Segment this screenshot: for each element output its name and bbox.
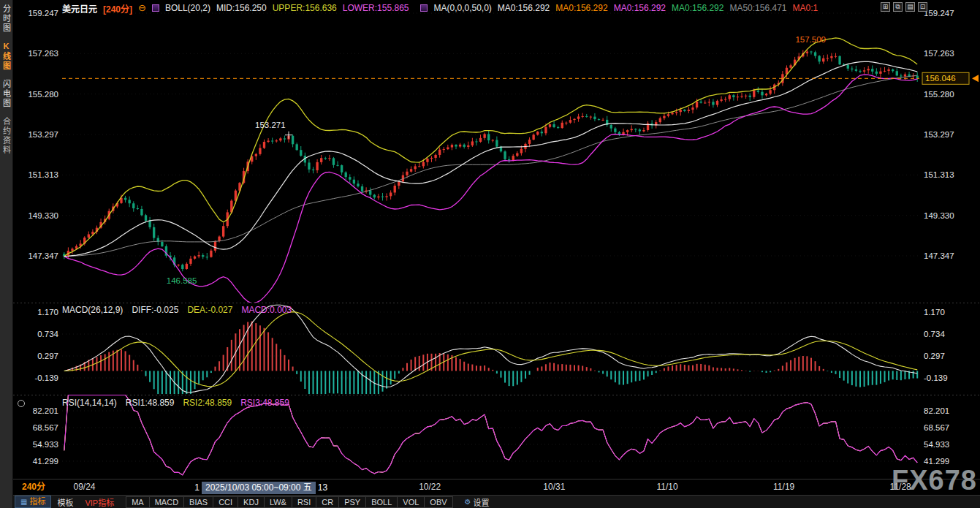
rsi-panel-header: RSI(14,14,14) RSI1:48.859 RSI2:48.859 RS… xyxy=(62,398,289,408)
candle-body xyxy=(186,264,188,269)
candle-body xyxy=(483,134,485,137)
sidebar-item-time-share-chart[interactable]: 分时图 xyxy=(1,4,12,33)
candle-body xyxy=(438,150,441,155)
toolbar-item-psy[interactable]: PSY xyxy=(338,496,366,508)
ma-value: MA0:156.292 xyxy=(672,3,723,13)
toolbar-item-macd[interactable]: MACD xyxy=(149,496,184,508)
candle-body xyxy=(683,110,685,111)
candle-body xyxy=(210,251,212,257)
cursor-suffix: 13 xyxy=(318,482,327,493)
candle-body xyxy=(573,119,575,120)
candle-body xyxy=(598,119,600,120)
toolbar-item-templates[interactable]: 模板 xyxy=(51,496,79,508)
toolbar-item-bias[interactable]: BIAS xyxy=(183,496,213,508)
candle-body xyxy=(341,165,343,173)
ma-value: MA50:156.471 xyxy=(729,3,786,13)
rsi-y-label-left: 68.567 xyxy=(33,423,58,432)
boll-indicator-icon[interactable] xyxy=(152,4,159,12)
time-axis-label: 09/24 xyxy=(73,479,95,495)
candle-body xyxy=(381,197,384,197)
candle-body xyxy=(418,166,420,167)
candle-body xyxy=(557,127,559,128)
timeframe-button[interactable]: 240分 xyxy=(22,479,45,495)
overlay-lines xyxy=(64,38,917,303)
toolbar-item-kdj[interactable]: KDJ xyxy=(238,496,265,508)
toolbar-item-label: BIAS xyxy=(189,497,208,507)
rsi-y-label-right: 54.933 xyxy=(924,440,949,449)
candle-body xyxy=(394,186,396,192)
boll-upper-line xyxy=(64,38,917,257)
candle-body xyxy=(153,227,155,238)
candle-body xyxy=(161,242,163,246)
toolbar-item-cci[interactable]: CCI xyxy=(213,496,238,508)
toolbar-item-ma[interactable]: MA xyxy=(126,496,150,508)
candle-body xyxy=(467,145,469,147)
candle-body xyxy=(320,158,322,162)
main-y-label-left: 147.347 xyxy=(28,251,58,260)
toolbar-item-boll[interactable]: BOLL xyxy=(365,496,398,508)
candle-body xyxy=(740,96,742,96)
candle-body xyxy=(585,116,588,117)
candle-body xyxy=(900,75,902,76)
main-y-label-left: 151.313 xyxy=(28,170,58,179)
candle-body xyxy=(610,125,612,129)
toolbar-item-indicators[interactable]: ▦指标 xyxy=(15,496,51,508)
cursor-date-box: 2025/10/03 05:00~09:00 五 xyxy=(202,482,316,494)
toolbar-item-cr[interactable]: CR xyxy=(316,496,339,508)
sidebar-item-contract-info[interactable]: 合约资料 xyxy=(1,117,12,155)
toolbar-item-settings[interactable]: ⚙设置 xyxy=(459,496,495,508)
sidebar-item-lightning-chart[interactable]: 闪电图 xyxy=(1,80,12,108)
timeframe-label: [240分] xyxy=(103,2,132,15)
main-price-chart[interactable]: 156.046153.271146.585157.500159.247159.2… xyxy=(13,9,980,303)
candle-body xyxy=(634,129,637,130)
macd-y-label-left: 0.734 xyxy=(37,330,58,338)
macd-y-label-right: -0.139 xyxy=(924,374,948,382)
candle-body xyxy=(504,151,506,159)
toolbar-item-vol[interactable]: VOL xyxy=(397,496,425,508)
toolbar-item-label: RSI xyxy=(297,497,311,507)
cursor-time-readout: 12025/10/03 05:00~09:00 五13 xyxy=(194,481,327,494)
price-annotation: 157.500 xyxy=(795,35,826,44)
candle-body xyxy=(512,156,514,161)
zoom-out-icon[interactable]: ⊖ xyxy=(138,4,146,12)
candle-body xyxy=(414,166,416,169)
popout-window-icon[interactable]: ⊡ xyxy=(918,2,927,12)
macd-panel-chart[interactable]: 1.1701.1700.7340.7340.2970.297-0.139-0.1… xyxy=(13,303,980,395)
toolbar-item-vip-indicators[interactable]: VIP指标 xyxy=(79,496,120,508)
main-y-label-left: 153.297 xyxy=(28,130,58,139)
candle-body xyxy=(691,107,694,110)
tile-windows-icon[interactable]: ⊞ xyxy=(881,2,890,12)
ma-value: MA0:156.292 xyxy=(614,3,666,13)
cascade-windows-icon[interactable]: ⧉ xyxy=(893,2,903,12)
rsi-y-label-left: 41.299 xyxy=(33,457,58,466)
candle-body xyxy=(667,114,669,115)
candle-body xyxy=(631,129,633,131)
candle-body xyxy=(279,138,281,140)
candle-body xyxy=(528,140,531,144)
toolbar-item-lwr[interactable]: LW& xyxy=(264,496,292,508)
candle-body xyxy=(838,56,840,64)
rsi-panel-collapse-icon[interactable] xyxy=(18,400,25,407)
candle-body xyxy=(729,95,731,99)
candle-body xyxy=(255,154,257,156)
candle-body xyxy=(206,257,208,257)
candle-body xyxy=(373,195,376,198)
candle-body xyxy=(639,129,641,131)
bottom-indicator-toolbar: ▦指标模板VIP指标MAMACDBIASCCIKDJLW&RSICRPSYBOL… xyxy=(13,495,980,508)
candle-body xyxy=(696,102,698,107)
candle-body xyxy=(532,134,534,140)
toolbar-item-rsi[interactable]: RSI xyxy=(292,496,316,508)
candle-body xyxy=(430,158,433,159)
candle-body xyxy=(447,148,449,150)
boll-params-label: BOLL(20,2) xyxy=(165,3,210,13)
candle-body xyxy=(887,69,889,71)
candle-body xyxy=(855,69,857,71)
window-controls: ⊞⧉▤⊡ xyxy=(881,2,927,12)
ma-indicator-icon[interactable] xyxy=(420,4,428,12)
candle-body xyxy=(704,102,706,103)
main-y-label-right: 149.330 xyxy=(924,211,954,220)
sidebar-item-kline-chart[interactable]: K线图 xyxy=(1,42,12,71)
toolbar-item-obv[interactable]: OBV xyxy=(424,496,452,508)
candle-body xyxy=(308,162,310,169)
chart-window-icon[interactable]: ▤ xyxy=(905,2,915,12)
